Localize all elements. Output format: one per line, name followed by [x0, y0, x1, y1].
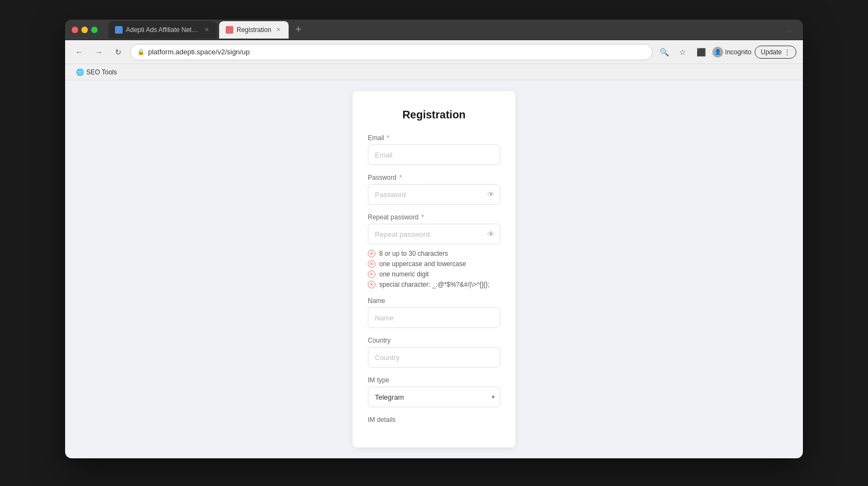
seo-tools-icon: 🌐: [76, 68, 84, 76]
email-input[interactable]: [368, 144, 500, 165]
hint-length: ✕ 8 or up to 30 characters: [368, 250, 500, 257]
hint-digit: ✕ one numeric digit: [368, 270, 500, 278]
hint-digit-icon: ✕: [368, 270, 375, 278]
hint-case: ✕ one uppercase and lowercase: [368, 260, 500, 268]
name-label: Name: [368, 297, 500, 305]
new-tab-button[interactable]: +: [291, 22, 306, 37]
tab-close-adepti[interactable]: ✕: [203, 26, 210, 34]
back-button[interactable]: ←: [72, 45, 87, 60]
name-input-wrapper: [368, 307, 500, 328]
minimize-button[interactable]: [81, 27, 88, 33]
form-title: Registration: [368, 109, 500, 121]
password-required-star: *: [398, 174, 402, 181]
tab-close-registration[interactable]: ✕: [275, 26, 282, 34]
address-bar[interactable]: 🔒 platform.adepti.space/v2/sign/up: [130, 44, 653, 60]
name-input[interactable]: [368, 307, 500, 328]
password-group: Password * 👁: [368, 174, 500, 205]
email-group: Email *: [368, 134, 500, 165]
im-details-label: IM details: [368, 416, 500, 424]
tab-registration[interactable]: Registration ✕: [219, 21, 289, 39]
email-label: Email *: [368, 134, 500, 142]
seo-tools-label: SEO Tools: [86, 68, 117, 76]
hint-special-icon: ✕: [368, 281, 375, 288]
hint-case-text: one uppercase and lowercase: [379, 260, 466, 268]
incognito-badge: 👤 Incognito: [712, 47, 752, 58]
repeat-password-input[interactable]: [368, 224, 500, 244]
incognito-avatar: 👤: [712, 47, 723, 58]
bookmarks-bar: 🌐 SEO Tools: [65, 64, 803, 80]
country-input[interactable]: [368, 347, 500, 368]
update-label: Update: [761, 48, 782, 56]
update-button[interactable]: Update ⋮: [755, 46, 796, 59]
lock-icon: 🔒: [137, 48, 145, 55]
toolbar: ← → ↻ 🔒 platform.adepti.space/v2/sign/up…: [65, 40, 803, 64]
country-group: Country: [368, 337, 500, 368]
url-text: platform.adepti.space/v2/sign/up: [148, 48, 250, 56]
email-input-wrapper: [368, 144, 500, 165]
tab-adepti[interactable]: Adepti Ads Affiliate Network ✕: [108, 21, 217, 39]
forward-button[interactable]: →: [91, 45, 106, 60]
title-bar: Adepti Ads Affiliate Network ✕ Registrat…: [65, 20, 803, 40]
country-label: Country: [368, 337, 500, 344]
hint-case-icon: ✕: [368, 260, 375, 268]
hint-special-text: special character: _:@*$%?&#/|\>^[]{};: [379, 281, 489, 288]
maximize-button[interactable]: [91, 27, 98, 33]
im-details-group: IM details: [368, 416, 500, 424]
repeat-password-required-star: *: [419, 213, 424, 221]
profile-icon[interactable]: ⬛: [694, 45, 709, 60]
update-chevron-icon: ⋮: [784, 48, 790, 56]
im-type-group: IM type Telegram WhatsApp Skype Discord …: [368, 376, 500, 407]
bookmark-seo-tools[interactable]: 🌐 SEO Tools: [72, 67, 121, 78]
incognito-label: Incognito: [725, 48, 752, 56]
search-icon[interactable]: 🔍: [657, 45, 672, 60]
browser-window: Adepti Ads Affiliate Network ✕ Registrat…: [65, 20, 803, 458]
hint-special: ✕ special character: _:@*$%?&#/|\>^[]{};: [368, 281, 500, 288]
hint-digit-text: one numeric digit: [379, 270, 429, 278]
password-input-wrapper: 👁: [368, 184, 500, 205]
browser-menu-icon[interactable]: ⌄: [781, 22, 796, 37]
toolbar-right: 🔍 ☆ ⬛ 👤 Incognito Update ⋮: [657, 45, 796, 60]
im-type-label: IM type: [368, 376, 500, 384]
email-required-star: *: [385, 134, 390, 142]
im-type-select[interactable]: Telegram WhatsApp Skype Discord: [368, 387, 500, 407]
tab-favicon-registration: [226, 26, 233, 34]
repeat-password-label: Repeat password *: [368, 213, 500, 221]
tab-label-registration: Registration: [237, 26, 271, 34]
refresh-button[interactable]: ↻: [111, 45, 126, 60]
password-input[interactable]: [368, 184, 500, 205]
bookmark-icon[interactable]: ☆: [675, 45, 691, 60]
repeat-password-eye-icon[interactable]: 👁: [487, 230, 495, 238]
hint-length-text: 8 or up to 30 characters: [379, 250, 448, 257]
traffic-lights: [72, 27, 98, 33]
registration-form-card: Registration Email * Password * 👁: [353, 91, 515, 447]
hint-length-icon: ✕: [368, 250, 375, 257]
name-group: Name: [368, 297, 500, 328]
password-eye-icon[interactable]: 👁: [487, 190, 495, 199]
tab-label-adepti: Adepti Ads Affiliate Network: [126, 26, 200, 34]
repeat-password-group: Repeat password * 👁 ✕ 8 or up to 30 char…: [368, 213, 500, 288]
password-hints: ✕ 8 or up to 30 characters ✕ one upperca…: [368, 250, 500, 288]
page-content: Registration Email * Password * 👁: [65, 80, 803, 458]
repeat-password-input-wrapper: 👁: [368, 224, 500, 244]
tab-bar: Adepti Ads Affiliate Network ✕ Registrat…: [108, 21, 777, 39]
close-button[interactable]: [72, 27, 78, 33]
password-label: Password *: [368, 174, 500, 181]
tab-favicon-adepti: [115, 26, 123, 34]
im-type-select-wrapper: Telegram WhatsApp Skype Discord ▾: [368, 387, 500, 407]
country-input-wrapper: [368, 347, 500, 368]
